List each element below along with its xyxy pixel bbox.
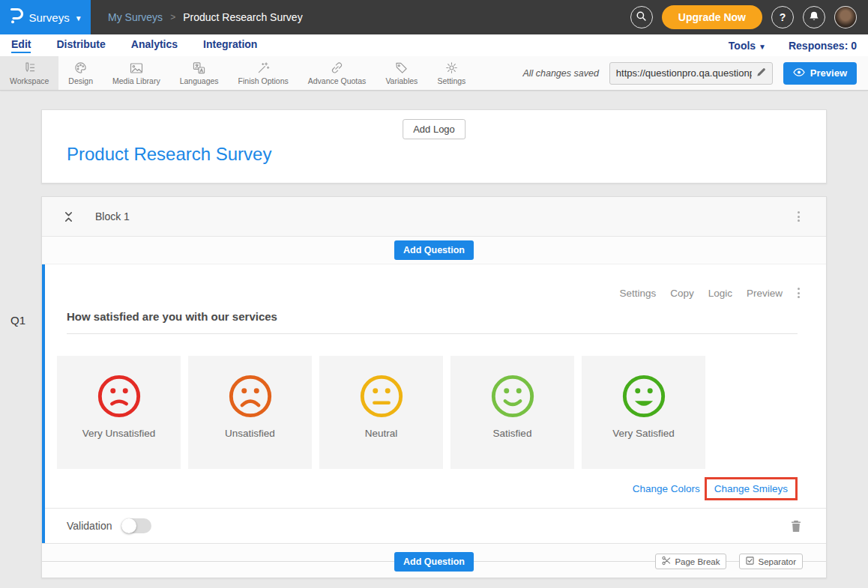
validation-toggle[interactable] [121, 518, 151, 533]
question-number-label: Q1 [10, 314, 25, 327]
nav-tabs: Edit Distribute Analytics Integration [11, 38, 257, 53]
change-smileys-link[interactable]: Change Smileys [714, 483, 788, 494]
save-status: All changes saved [522, 68, 598, 79]
question-q1: Settings Copy Logic Preview How satisfie… [42, 264, 826, 543]
edit-pencil-icon[interactable] [756, 67, 766, 80]
eye-icon [793, 67, 805, 79]
tab-integration[interactable]: Integration [203, 38, 257, 53]
user-avatar[interactable] [834, 6, 857, 28]
question-preview-link[interactable]: Preview [747, 288, 783, 299]
smiley-options: Very Unsatisfied Unsatisfied [45, 334, 826, 469]
toolbar-item-variables[interactable]: Variables [376, 56, 427, 90]
smiley-option-satisfied[interactable]: Satisfied [450, 356, 574, 469]
validation-label: Validation [67, 520, 112, 532]
nav-right: Tools ▼ Responses: 0 [729, 40, 857, 52]
collapse-block-icon[interactable] [64, 211, 73, 222]
tab-analytics[interactable]: Analytics [131, 38, 178, 53]
responses-count[interactable]: Responses: 0 [789, 40, 857, 52]
preview-button[interactable]: Preview [783, 62, 857, 85]
smiley-option-label: Very Unsatisfied [82, 428, 156, 439]
smiley-option-unsatisfied[interactable]: Unsatisfied [188, 356, 312, 469]
upgrade-now-button[interactable]: Upgrade Now [662, 5, 762, 29]
smiley-option-neutral[interactable]: Neutral [319, 356, 443, 469]
wand-icon [257, 61, 270, 74]
toolbar-item-settings[interactable]: Settings [427, 56, 475, 90]
smiley-option-very-satisfied[interactable]: Very Satisfied [582, 356, 705, 469]
toolbar-item-advance-quotas[interactable]: Advance Quotas [298, 56, 376, 90]
smiley-config-links: Change Colors Change Smileys [45, 469, 826, 508]
chevron-down-icon: ▼ [759, 43, 766, 51]
block-header: Block 1 [42, 197, 826, 237]
question-copy-link[interactable]: Copy [670, 288, 694, 299]
checkbox-checked-icon [746, 557, 754, 566]
survey-url-input[interactable] [616, 67, 752, 79]
block-menu-icon[interactable] [795, 208, 803, 225]
edit-toolbar: Workspace Design Media Library Languages… [0, 56, 868, 91]
block-title: Block 1 [95, 210, 130, 222]
search-button[interactable] [630, 6, 653, 28]
toolbar-item-media-library[interactable]: Media Library [103, 56, 170, 90]
survey-nav: Edit Distribute Analytics Integration To… [0, 34, 868, 56]
toolbar-items: Workspace Design Media Library Languages… [0, 56, 475, 90]
add-question-button-top[interactable]: Add Question [394, 240, 474, 260]
smiley-option-label: Very Satisfied [612, 428, 675, 439]
add-question-button-bottom[interactable]: Add Question [394, 552, 474, 572]
links-icon [331, 61, 343, 74]
question-mark-icon: ? [780, 11, 786, 23]
toolbar-right: All changes saved Preview [522, 56, 868, 90]
breadcrumb: My Surveys > Product Research Survey [108, 11, 303, 23]
question-settings-link[interactable]: Settings [619, 288, 656, 299]
delete-question-trash-icon[interactable] [791, 520, 801, 533]
gear-icon [445, 61, 458, 74]
validation-row: Validation [45, 508, 826, 543]
chevron-down-icon: ▼ [75, 14, 82, 22]
notifications-button[interactable] [803, 6, 825, 28]
questionpro-logo-icon [8, 7, 23, 28]
workspace-icon [23, 61, 36, 74]
top-bar: Surveys ▼ My Surveys > Product Research … [0, 0, 868, 34]
very-happy-smiley-icon [621, 373, 667, 419]
scissors-icon [662, 556, 671, 567]
block-card: Block 1 Add Question Settings Copy Logic… [41, 196, 827, 578]
add-question-strip-bottom: Add Question Page Break Separator [42, 543, 826, 578]
translate-icon [193, 61, 205, 74]
separator-button[interactable]: Separator [739, 554, 803, 569]
toolbar-item-design[interactable]: Design [58, 56, 103, 90]
question-text[interactable]: How satisfied are you with our services [67, 310, 798, 334]
smiley-option-very-unsatisfied[interactable]: Very Unsatisfied [57, 356, 181, 469]
page-break-button[interactable]: Page Break [655, 554, 726, 569]
palette-icon [74, 61, 87, 74]
sad-smiley-icon [96, 373, 142, 419]
search-icon [636, 10, 647, 24]
smiley-option-label: Satisfied [493, 428, 532, 439]
tag-icon [395, 61, 408, 74]
toolbar-item-finish-options[interactable]: Finish Options [229, 56, 298, 90]
survey-url-box [609, 62, 773, 85]
surveys-app-menu[interactable]: Surveys ▼ [0, 0, 91, 34]
breadcrumb-separator-icon: > [170, 12, 175, 22]
survey-title[interactable]: Product Research Survey [67, 144, 271, 165]
help-button[interactable]: ? [771, 6, 794, 28]
breadcrumb-current-survey: Product Research Survey [183, 11, 303, 23]
tab-distribute[interactable]: Distribute [56, 38, 105, 53]
neutral-smiley-icon [358, 373, 405, 419]
bell-icon [809, 10, 819, 24]
change-smileys-highlight-box: Change Smileys [705, 477, 798, 500]
breadcrumb-my-surveys[interactable]: My Surveys [108, 11, 163, 23]
change-colors-link[interactable]: Change Colors [633, 483, 700, 494]
workspace-canvas: Add Logo Product Research Survey Block 1… [0, 91, 868, 578]
tab-edit[interactable]: Edit [11, 38, 31, 53]
toolbar-item-languages[interactable]: Languages [170, 56, 229, 90]
question-menu-icon[interactable] [795, 285, 803, 301]
add-logo-button[interactable]: Add Logo [403, 119, 465, 139]
toolbar-item-workspace[interactable]: Workspace [0, 56, 58, 90]
strip-right-buttons: Page Break Separator [655, 554, 803, 569]
tools-menu[interactable]: Tools ▼ [729, 40, 766, 52]
survey-header-card: Add Logo Product Research Survey [41, 109, 827, 184]
question-actions: Settings Copy Logic Preview [45, 264, 826, 301]
brand-label: Surveys [28, 11, 69, 24]
topbar-actions: Upgrade Now ? [630, 5, 868, 29]
sad-smiley-icon [227, 373, 274, 419]
image-icon [130, 61, 143, 74]
question-logic-link[interactable]: Logic [708, 288, 732, 299]
